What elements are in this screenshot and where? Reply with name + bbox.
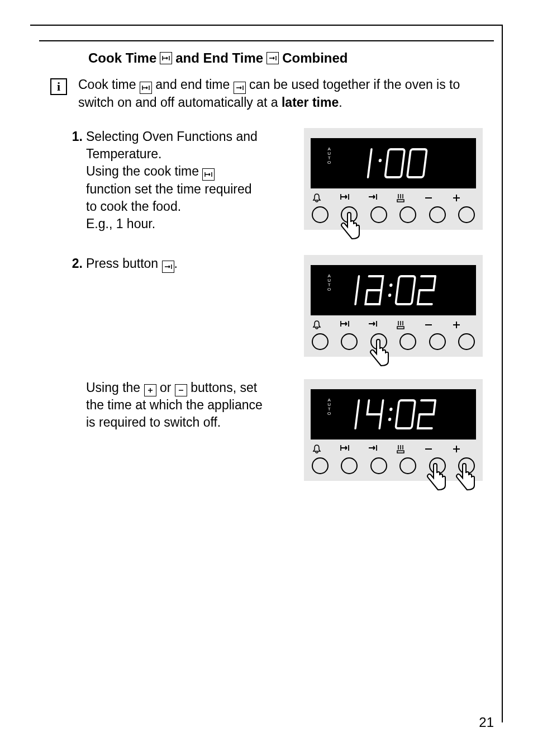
icon-row-2 — [304, 320, 483, 330]
auto-label: AUTO — [327, 398, 331, 416]
section-heading: Cook Time and End Time Combined — [88, 50, 483, 66]
auto-label: AUTO — [327, 147, 331, 165]
plus-button[interactable] — [458, 457, 475, 474]
end-time-icon — [234, 82, 246, 94]
figure-2: AUTO — [304, 255, 483, 357]
minus-icon — [423, 320, 447, 330]
minus-button[interactable] — [429, 333, 446, 350]
svg-rect-1 — [385, 149, 404, 177]
svg-point-7 — [388, 418, 391, 421]
step-3-text-col: Using the or buttons, set the time at wh… — [50, 379, 263, 431]
figure-1: AUTO — [304, 128, 483, 230]
plus-button[interactable] — [458, 206, 475, 223]
top-rule — [39, 40, 494, 41]
cook-time-icon — [340, 320, 363, 330]
step-3: Using the or buttons, set the time at wh… — [50, 379, 483, 481]
step-3-number — [67, 379, 83, 431]
temperature-button[interactable] — [399, 457, 416, 474]
end-time-button[interactable] — [370, 333, 387, 350]
heading-text-2: and End Time — [175, 50, 263, 66]
step-2-text-col: 2. Press button . — [50, 255, 263, 273]
minus-box-icon — [175, 384, 187, 396]
step-2-line-1a: Press button — [86, 256, 158, 271]
temperature-icon — [396, 320, 419, 330]
info-text-bold: later time — [282, 95, 339, 110]
cook-time-icon — [140, 82, 152, 94]
step-1: 1. Selecting Oven Functions and Temperat… — [50, 128, 483, 233]
display-value-3 — [336, 395, 451, 434]
step-3-text: Using the or buttons, set the time at wh… — [86, 379, 263, 431]
panel-figure-2: AUTO — [304, 255, 483, 357]
end-time-button[interactable] — [370, 457, 387, 474]
plus-box-icon — [144, 384, 156, 396]
content-area: Cook Time and End Time Combined i Cook t… — [50, 50, 483, 706]
bell-button[interactable] — [312, 206, 329, 223]
step-1-text-col: 1. Selecting Oven Functions and Temperat… — [50, 128, 263, 233]
icon-row-1 — [304, 193, 483, 203]
plus-button[interactable] — [458, 333, 475, 350]
plus-icon — [451, 320, 475, 330]
cook-time-icon — [202, 168, 215, 181]
cook-time-icon — [160, 52, 172, 64]
info-text-tail: . — [339, 95, 342, 110]
bell-button[interactable] — [312, 333, 329, 350]
icon-row-3 — [304, 444, 483, 454]
temperature-button[interactable] — [399, 206, 416, 223]
cook-time-button[interactable] — [341, 457, 358, 474]
display-value-1 — [348, 144, 439, 183]
minus-button[interactable] — [429, 457, 446, 474]
bell-icon — [312, 193, 335, 203]
svg-point-3 — [389, 284, 393, 287]
panel-figure-3: AUTO — [304, 379, 483, 481]
step-1-text: Selecting Oven Functions and Temperature… — [86, 128, 263, 233]
lcd-display-2: AUTO — [311, 265, 476, 315]
lcd-display-3: AUTO — [311, 389, 476, 440]
cook-time-icon — [340, 444, 363, 454]
step-3-line-1b: or — [160, 380, 171, 395]
svg-rect-2 — [407, 149, 427, 177]
step-1-line-3: E.g., 1 hour. — [86, 216, 155, 231]
info-text-1: Cook time — [78, 77, 136, 92]
svg-rect-8 — [396, 400, 415, 428]
plus-icon — [451, 444, 475, 454]
bell-icon — [312, 444, 335, 454]
panel-figure-1: AUTO — [304, 128, 483, 230]
cook-time-button[interactable] — [341, 206, 358, 223]
figure-3: AUTO — [304, 379, 483, 481]
end-time-icon — [266, 52, 279, 64]
page: Cook Time and End Time Combined i Cook t… — [0, 0, 533, 756]
info-text: Cook time and end time can be used toget… — [78, 76, 483, 111]
temperature-icon — [396, 193, 419, 203]
bell-button[interactable] — [312, 457, 329, 474]
auto-label: AUTO — [327, 274, 331, 292]
cook-time-button[interactable] — [341, 333, 358, 350]
display-value-2 — [336, 271, 451, 310]
step-1-line-1: Selecting Oven Functions and Temperature… — [86, 129, 258, 161]
bell-icon — [312, 320, 335, 330]
end-time-icon — [368, 320, 391, 330]
step-2-line-1b: . — [174, 256, 178, 271]
end-time-icon — [162, 261, 174, 273]
minus-icon — [423, 193, 447, 203]
step-2-text: Press button . — [86, 255, 263, 273]
heading-text-3: Combined — [282, 50, 348, 66]
lcd-display-1: AUTO — [311, 138, 476, 188]
end-time-icon — [368, 193, 391, 203]
plus-icon — [451, 193, 475, 203]
step-2: 2. Press button . AUTO — [50, 255, 483, 357]
end-time-button[interactable] — [370, 206, 387, 223]
step-1-number: 1. — [67, 128, 83, 233]
temperature-icon — [396, 444, 419, 454]
info-icon: i — [50, 78, 67, 95]
svg-rect-5 — [396, 276, 415, 304]
svg-point-6 — [389, 408, 393, 411]
minus-button[interactable] — [429, 206, 446, 223]
step-2-number: 2. — [67, 255, 83, 273]
minus-icon — [423, 444, 447, 454]
info-block: i Cook time and end time can be used tog… — [50, 76, 483, 111]
button-row-3 — [304, 457, 483, 474]
step-3-line-1a: Using the — [86, 380, 140, 395]
step-1-line-2b: function set the time required to cook t… — [86, 182, 252, 214]
temperature-button[interactable] — [399, 333, 416, 350]
button-row-2 — [304, 333, 483, 350]
